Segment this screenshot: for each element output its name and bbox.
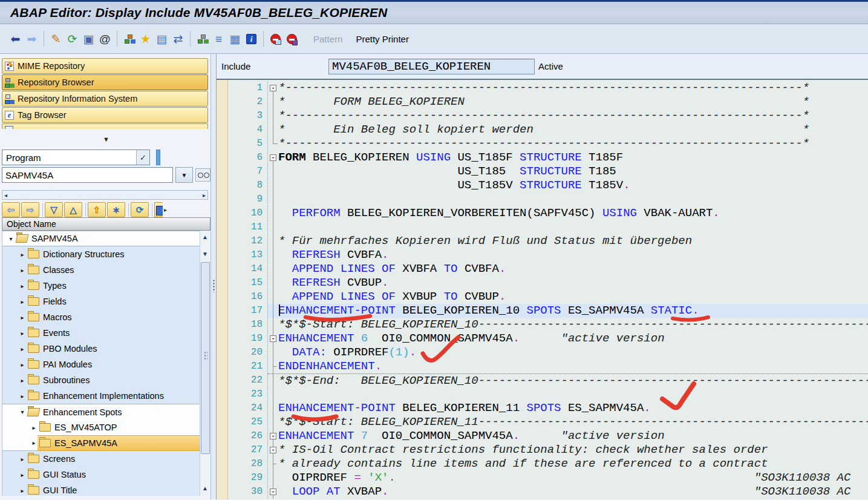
display-change-button[interactable]: ✎ (48, 31, 64, 47)
tree-item-body[interactable]: Screens (26, 451, 200, 467)
toolbar-overflow-icon[interactable]: ▸ (164, 206, 167, 213)
code-line-17[interactable]: 17ENHANCEMENT-POINT BELEG_KOPIEREN_10 SP… (228, 304, 868, 318)
more-functions-button[interactable] (154, 202, 163, 217)
fold-margin[interactable] (268, 206, 278, 220)
fold-margin[interactable] (268, 234, 278, 248)
code-line-8[interactable]: 8 US_T185V STRUCTURE T185V. (228, 179, 868, 192)
code-line-13[interactable]: 13 REFRESH CVBFA. (228, 248, 868, 262)
fold-margin[interactable] (268, 276, 278, 290)
code-line-2[interactable]: 2* FORM BELEG_KOPIEREN * (228, 95, 868, 109)
tree-item-body[interactable]: Classes (26, 262, 200, 278)
info-button[interactable]: i (243, 31, 259, 47)
tree-item-pai-modules[interactable]: ▸PAI Modules (2, 357, 200, 372)
tree-item-body[interactable]: Macros (26, 309, 200, 325)
object-browser-button[interactable] (121, 31, 137, 47)
fold-margin[interactable] (268, 471, 278, 485)
tree-item-fields[interactable]: ▸Fields (2, 294, 200, 309)
display-glasses-button[interactable] (195, 168, 210, 182)
fold-margin[interactable] (268, 165, 278, 179)
tree-item-gui-status[interactable]: ▸GUI Status (2, 467, 200, 482)
fold-margin[interactable] (268, 179, 278, 192)
code-line-30[interactable]: 30- LOOP AT XVBAP. "SO3K110038 AC (228, 485, 868, 499)
tree-item-body[interactable]: GUI Title (26, 482, 200, 496)
tree-item-body[interactable]: Fields (26, 294, 200, 309)
back-button[interactable]: ⬅ (7, 31, 24, 47)
copy-button[interactable]: ▣ (80, 31, 97, 47)
fold-margin[interactable]: - (268, 81, 278, 95)
code-line-28[interactable]: 28* already contains line items and if t… (228, 457, 868, 471)
tree-back-button[interactable]: ⇦ (2, 202, 20, 217)
include-name-field[interactable]: MV45AF0B_BELEG_KOPIEREN (328, 59, 535, 74)
code-line-6[interactable]: 6-FORM BELEG_KOPIEREN USING US_T185F STR… (228, 151, 868, 165)
tree-item-es_mv45atop[interactable]: ▸ES_MV45ATOP (2, 419, 200, 435)
code-line-22[interactable]: 22*$*$-End: BELEG_KOPIEREN_10-----------… (228, 373, 868, 387)
history-dropdown-button[interactable]: ▼ (175, 167, 193, 183)
fold-margin[interactable] (268, 387, 278, 401)
code-line-12[interactable]: 12* Für mehrfaches Kopieren wird Fluß un… (228, 234, 868, 248)
fold-margin[interactable] (268, 192, 278, 206)
breakpoint-button[interactable] (284, 31, 300, 47)
code-line-3[interactable]: 3*--------------------------------------… (228, 109, 868, 123)
refresh-tree-button[interactable]: ⟳ (131, 202, 149, 217)
fold-margin[interactable] (268, 318, 278, 332)
expand-node-icon[interactable]: ▸ (19, 361, 26, 368)
code-line-7[interactable]: 7 US_T185 STRUCTURE T185 (228, 165, 868, 179)
object-type-select[interactable]: Program ✓ (2, 150, 150, 165)
expand-node-icon[interactable]: ▸ (19, 346, 26, 352)
tree-item-body[interactable]: SAPMV45A (15, 231, 200, 246)
fold-margin[interactable] (268, 415, 278, 429)
expand-node-icon[interactable]: ▸ (19, 314, 26, 321)
fold-margin[interactable] (268, 95, 278, 109)
scroll-left-icon[interactable]: ◂ (4, 192, 7, 199)
code-line-9[interactable]: 9 (228, 192, 868, 206)
expand-node-icon[interactable]: ▸ (19, 267, 26, 274)
tree-item-body[interactable]: Enhancement Spots (26, 404, 200, 420)
expand-node-icon[interactable]: ▸ (19, 377, 26, 384)
expand-node-icon[interactable]: ▸ (30, 424, 38, 431)
fold-margin[interactable] (268, 109, 278, 123)
tree-item-body[interactable]: Events (26, 325, 200, 341)
tree-item-events[interactable]: ▸Events (2, 325, 200, 341)
table-view-button[interactable]: ▦ (227, 31, 243, 47)
scroll-right-icon[interactable]: ▸ (203, 192, 206, 199)
code-line-25[interactable]: 25*$*$-Start: BELEG_KOPIEREN_11---------… (228, 415, 868, 429)
expand-node-icon[interactable]: ▸ (19, 330, 26, 337)
sidebar-item-tag-browser[interactable]: eTag Browser (2, 107, 208, 123)
pretty-printer-button[interactable]: Pretty Printer (356, 34, 409, 44)
pane-splitter[interactable] (210, 54, 217, 499)
tree-scrollbar[interactable]: ▲ ▼ ▲ (200, 231, 210, 496)
tree-item-gui-title[interactable]: ▸GUI Title (2, 482, 200, 496)
fold-margin[interactable] (268, 360, 278, 373)
fold-margin[interactable]: - (268, 151, 278, 165)
expand-node-icon[interactable]: ▸ (19, 487, 26, 494)
code-line-24[interactable]: 24ENHANCEMENT-POINT BELEG_KOPIEREN_11 SP… (228, 401, 868, 415)
code-line-19[interactable]: 19-ENHANCEMENT 6 OI0_COMMON_SAPMV45A. "a… (228, 332, 868, 346)
object-name-input[interactable] (2, 167, 173, 183)
fold-margin[interactable]: - (268, 485, 278, 499)
sidebar-item-mime-repository[interactable]: MIME Repository (2, 58, 208, 74)
tree-item-types[interactable]: ▸Types (2, 278, 200, 294)
collapse-handle[interactable]: ▼ (2, 129, 210, 150)
tree-item-body[interactable]: Enhancement Implementations (26, 388, 200, 404)
sidebar-nav-partial-button[interactable] (2, 123, 208, 129)
expand-node-icon[interactable]: ▸ (19, 393, 26, 400)
tree-item-es_sapmv45a[interactable]: ▸ES_SAPMV45A (2, 435, 200, 451)
code-line-16[interactable]: 16 APPEND LINES OF XVBUP TO CVBUP. (228, 290, 868, 304)
tree-item-screens[interactable]: ▸Screens (2, 451, 200, 467)
code-line-26[interactable]: 26-ENHANCEMENT 7 OI0_COMMON_SAPMV45A. "a… (228, 429, 868, 443)
worklist-button[interactable] (194, 31, 210, 47)
code-line-29[interactable]: 29 OIPRDREF = 'X'. "SO3K110038 AC (228, 471, 868, 485)
collapse-node-icon[interactable]: ▾ (19, 409, 26, 415)
fold-margin[interactable] (268, 401, 278, 415)
tree-item-body[interactable]: Dictionary Structures (26, 246, 200, 262)
expand-node-icon[interactable]: ▸ (19, 472, 26, 478)
combo-ok-icon[interactable]: ✓ (136, 150, 149, 165)
code-line-11[interactable]: 11 (228, 220, 868, 234)
code-line-14[interactable]: 14 APPEND LINES OF XVBFA TO CVBFA. (228, 262, 868, 276)
code-line-20[interactable]: 20 DATA: OIPRDREF(1). (228, 346, 868, 360)
tree-scroll-up-icon[interactable]: ▲ (202, 234, 208, 240)
fold-margin[interactable]: - (268, 332, 278, 346)
expand-all-button[interactable]: ∗ (107, 202, 125, 217)
tree-scrollbar-thumb[interactable] (201, 262, 210, 454)
fold-margin[interactable] (268, 374, 278, 387)
